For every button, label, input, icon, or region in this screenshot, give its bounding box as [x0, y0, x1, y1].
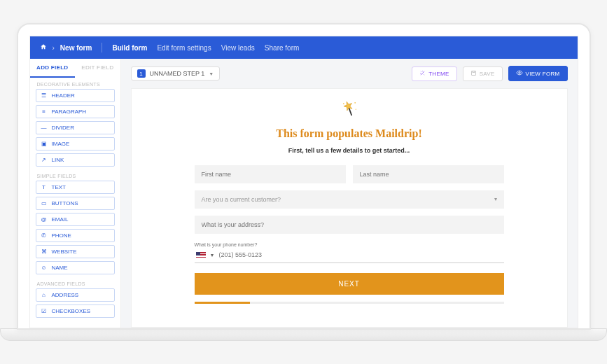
- text-icon: T: [41, 184, 48, 190]
- theme-button[interactable]: THEME: [412, 66, 457, 81]
- step-label: UNNAMED STEP 1: [150, 70, 205, 77]
- save-icon: [470, 70, 477, 78]
- breadcrumb: › New form: [40, 43, 92, 52]
- step-badge: 1: [137, 69, 146, 78]
- wand-icon: [419, 70, 426, 78]
- nav-build-form[interactable]: Build form: [112, 44, 147, 52]
- field-image[interactable]: ▣IMAGE: [36, 137, 115, 150]
- tab-add-field[interactable]: ADD FIELD: [30, 59, 76, 78]
- phone-label: What is your phone number?: [195, 242, 504, 247]
- progress-bar: [195, 302, 504, 304]
- group-advanced: ADVANCED FIELDS: [30, 277, 120, 288]
- field-email[interactable]: @EMAIL: [36, 213, 115, 226]
- tab-edit-field[interactable]: EDIT FIELD: [75, 59, 120, 78]
- svg-marker-4: [342, 100, 354, 111]
- sidebar-tabs: ADD FIELD EDIT FIELD: [30, 59, 120, 78]
- svg-point-7: [355, 108, 356, 109]
- nav-edit-settings[interactable]: Edit form settings: [157, 44, 211, 52]
- field-phone[interactable]: ✆PHONE: [36, 229, 115, 242]
- link-icon: ↗: [41, 157, 48, 163]
- name-icon: ☺: [41, 265, 48, 271]
- main-area: 1 UNNAMED STEP 1 ▼ THEME SAVE: [121, 59, 578, 328]
- phone-field[interactable]: ▼: [195, 248, 504, 263]
- address-icon: ⌂: [41, 292, 48, 298]
- next-button[interactable]: NEXT: [195, 273, 504, 295]
- address-input[interactable]: [195, 216, 504, 234]
- step-selector[interactable]: 1 UNNAMED STEP 1 ▼: [131, 66, 221, 80]
- chevron-down-icon: ▼: [209, 71, 214, 76]
- divider-icon: —: [41, 125, 48, 131]
- home-icon[interactable]: [40, 43, 47, 52]
- field-name[interactable]: ☺NAME: [36, 261, 115, 274]
- us-flag-icon[interactable]: [196, 252, 206, 258]
- field-paragraph[interactable]: ≡PARAGRAPH: [36, 105, 115, 118]
- svg-rect-1: [473, 71, 475, 72]
- svg-point-2: [518, 72, 520, 74]
- form-subtitle: First, tell us a few details to get star…: [195, 147, 504, 154]
- chevron-down-icon[interactable]: ▼: [210, 253, 215, 258]
- buttons-icon: ▭: [41, 200, 48, 206]
- field-checkboxes[interactable]: ☑CHECKBOXES: [36, 304, 115, 318]
- last-name-input[interactable]: [353, 165, 504, 183]
- header-icon: ☰: [41, 92, 48, 99]
- field-text[interactable]: TTEXT: [36, 181, 115, 194]
- field-divider[interactable]: —DIVIDER: [36, 121, 115, 134]
- nav-view-leads[interactable]: View leads: [221, 44, 255, 52]
- website-icon: ⌘: [41, 248, 48, 255]
- svg-point-5: [342, 103, 344, 104]
- field-website[interactable]: ⌘WEBSITE: [36, 245, 115, 258]
- paragraph-icon: ≡: [41, 108, 48, 115]
- app-screen: › New form Build form Edit form settings…: [29, 36, 578, 328]
- nav-share-form[interactable]: Share form: [265, 44, 299, 52]
- magic-wand-icon: [195, 99, 504, 122]
- field-header[interactable]: ☰HEADER: [36, 89, 115, 102]
- breadcrumb-current[interactable]: New form: [60, 44, 92, 52]
- field-address[interactable]: ⌂ADDRESS: [36, 288, 115, 302]
- phone-icon: ✆: [41, 232, 48, 239]
- phone-input[interactable]: [218, 251, 502, 258]
- top-nav: › New form Build form Edit form settings…: [30, 36, 578, 59]
- view-form-button[interactable]: VIEW FORM: [508, 66, 568, 81]
- svg-point-6: [354, 102, 356, 104]
- form-canvas: This form populates Maildrip! First, tel…: [131, 88, 568, 328]
- laptop-base: [0, 328, 607, 341]
- image-icon: ▣: [41, 141, 48, 147]
- toolbar: 1 UNNAMED STEP 1 ▼ THEME SAVE: [121, 59, 578, 88]
- form-title: This form populates Maildrip!: [195, 127, 504, 140]
- field-buttons[interactable]: ▭BUTTONS: [36, 197, 115, 210]
- customer-select[interactable]: Are you a current customer?: [195, 190, 504, 209]
- svg-rect-0: [471, 71, 475, 75]
- save-button[interactable]: SAVE: [463, 66, 503, 81]
- first-name-input[interactable]: [195, 165, 346, 183]
- group-decorative: DECORATIVE ELEMENTS: [30, 78, 120, 89]
- email-icon: @: [41, 216, 48, 223]
- sidebar: ADD FIELD EDIT FIELD DECORATIVE ELEMENTS…: [30, 59, 121, 328]
- divider: [102, 43, 102, 52]
- checkboxes-icon: ☑: [41, 308, 48, 314]
- eye-icon: [516, 69, 523, 78]
- group-simple: SIMPLE FIELDS: [30, 169, 120, 181]
- chevron-right-icon: ›: [53, 44, 55, 52]
- field-link[interactable]: ↗LINK: [36, 153, 115, 167]
